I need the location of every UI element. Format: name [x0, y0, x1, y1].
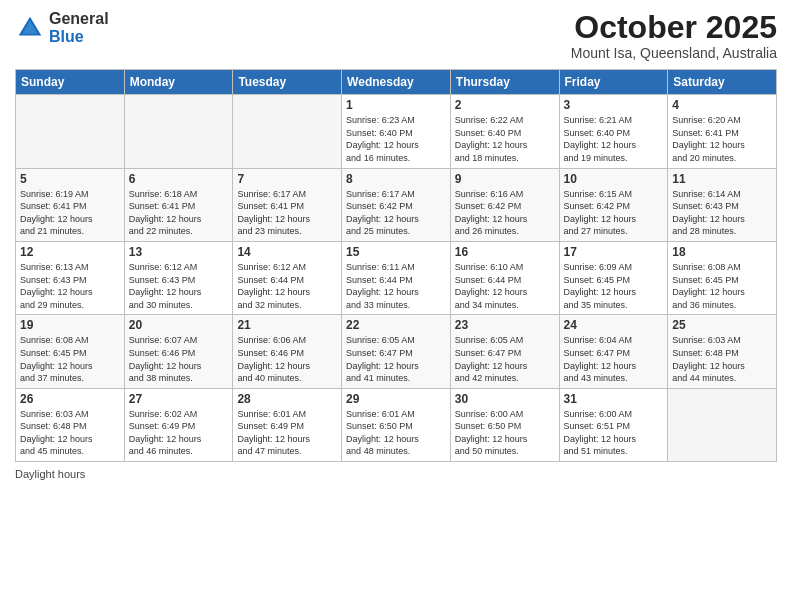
- day-info: Sunrise: 6:03 AM Sunset: 6:48 PM Dayligh…: [20, 408, 120, 458]
- location: Mount Isa, Queensland, Australia: [571, 45, 777, 61]
- day-number: 10: [564, 172, 664, 186]
- weekday-header-saturday: Saturday: [668, 70, 777, 95]
- day-info: Sunrise: 6:18 AM Sunset: 6:41 PM Dayligh…: [129, 188, 229, 238]
- weekday-header-sunday: Sunday: [16, 70, 125, 95]
- logo-blue-text: Blue: [49, 28, 109, 46]
- header: General Blue October 2025 Mount Isa, Que…: [15, 10, 777, 61]
- day-info: Sunrise: 6:01 AM Sunset: 6:49 PM Dayligh…: [237, 408, 337, 458]
- calendar-cell: 5Sunrise: 6:19 AM Sunset: 6:41 PM Daylig…: [16, 168, 125, 241]
- day-info: Sunrise: 6:05 AM Sunset: 6:47 PM Dayligh…: [455, 334, 555, 384]
- day-info: Sunrise: 6:03 AM Sunset: 6:48 PM Dayligh…: [672, 334, 772, 384]
- day-number: 4: [672, 98, 772, 112]
- calendar-cell: [233, 95, 342, 168]
- day-info: Sunrise: 6:17 AM Sunset: 6:42 PM Dayligh…: [346, 188, 446, 238]
- day-info: Sunrise: 6:20 AM Sunset: 6:41 PM Dayligh…: [672, 114, 772, 164]
- day-number: 31: [564, 392, 664, 406]
- weekday-header-wednesday: Wednesday: [342, 70, 451, 95]
- day-number: 14: [237, 245, 337, 259]
- day-number: 2: [455, 98, 555, 112]
- calendar-cell: 15Sunrise: 6:11 AM Sunset: 6:44 PM Dayli…: [342, 241, 451, 314]
- day-number: 8: [346, 172, 446, 186]
- day-info: Sunrise: 6:01 AM Sunset: 6:50 PM Dayligh…: [346, 408, 446, 458]
- day-number: 18: [672, 245, 772, 259]
- calendar-cell: [16, 95, 125, 168]
- calendar-cell: 22Sunrise: 6:05 AM Sunset: 6:47 PM Dayli…: [342, 315, 451, 388]
- day-info: Sunrise: 6:05 AM Sunset: 6:47 PM Dayligh…: [346, 334, 446, 384]
- calendar-cell: 27Sunrise: 6:02 AM Sunset: 6:49 PM Dayli…: [124, 388, 233, 461]
- calendar-week-row: 26Sunrise: 6:03 AM Sunset: 6:48 PM Dayli…: [16, 388, 777, 461]
- calendar-cell: 6Sunrise: 6:18 AM Sunset: 6:41 PM Daylig…: [124, 168, 233, 241]
- calendar-cell: 23Sunrise: 6:05 AM Sunset: 6:47 PM Dayli…: [450, 315, 559, 388]
- day-number: 24: [564, 318, 664, 332]
- day-number: 5: [20, 172, 120, 186]
- day-number: 9: [455, 172, 555, 186]
- weekday-header-tuesday: Tuesday: [233, 70, 342, 95]
- calendar-cell: 20Sunrise: 6:07 AM Sunset: 6:46 PM Dayli…: [124, 315, 233, 388]
- day-info: Sunrise: 6:23 AM Sunset: 6:40 PM Dayligh…: [346, 114, 446, 164]
- day-info: Sunrise: 6:12 AM Sunset: 6:43 PM Dayligh…: [129, 261, 229, 311]
- logo: General Blue: [15, 10, 109, 45]
- day-number: 3: [564, 98, 664, 112]
- calendar-week-row: 5Sunrise: 6:19 AM Sunset: 6:41 PM Daylig…: [16, 168, 777, 241]
- logo-text: General Blue: [49, 10, 109, 45]
- calendar-cell: 29Sunrise: 6:01 AM Sunset: 6:50 PM Dayli…: [342, 388, 451, 461]
- calendar-cell: 8Sunrise: 6:17 AM Sunset: 6:42 PM Daylig…: [342, 168, 451, 241]
- calendar-cell: 26Sunrise: 6:03 AM Sunset: 6:48 PM Dayli…: [16, 388, 125, 461]
- logo-general-text: General: [49, 10, 109, 28]
- weekday-header-thursday: Thursday: [450, 70, 559, 95]
- day-info: Sunrise: 6:22 AM Sunset: 6:40 PM Dayligh…: [455, 114, 555, 164]
- month-title: October 2025: [571, 10, 777, 45]
- day-number: 28: [237, 392, 337, 406]
- calendar-cell: 21Sunrise: 6:06 AM Sunset: 6:46 PM Dayli…: [233, 315, 342, 388]
- day-number: 15: [346, 245, 446, 259]
- calendar-cell: 7Sunrise: 6:17 AM Sunset: 6:41 PM Daylig…: [233, 168, 342, 241]
- footer: Daylight hours: [15, 468, 777, 480]
- day-info: Sunrise: 6:02 AM Sunset: 6:49 PM Dayligh…: [129, 408, 229, 458]
- day-number: 26: [20, 392, 120, 406]
- title-block: October 2025 Mount Isa, Queensland, Aust…: [571, 10, 777, 61]
- day-number: 29: [346, 392, 446, 406]
- calendar-cell: 16Sunrise: 6:10 AM Sunset: 6:44 PM Dayli…: [450, 241, 559, 314]
- calendar-cell: 3Sunrise: 6:21 AM Sunset: 6:40 PM Daylig…: [559, 95, 668, 168]
- calendar-cell: 9Sunrise: 6:16 AM Sunset: 6:42 PM Daylig…: [450, 168, 559, 241]
- calendar-cell: 24Sunrise: 6:04 AM Sunset: 6:47 PM Dayli…: [559, 315, 668, 388]
- day-info: Sunrise: 6:14 AM Sunset: 6:43 PM Dayligh…: [672, 188, 772, 238]
- calendar-cell: 30Sunrise: 6:00 AM Sunset: 6:50 PM Dayli…: [450, 388, 559, 461]
- calendar-cell: 11Sunrise: 6:14 AM Sunset: 6:43 PM Dayli…: [668, 168, 777, 241]
- day-info: Sunrise: 6:10 AM Sunset: 6:44 PM Dayligh…: [455, 261, 555, 311]
- weekday-header-monday: Monday: [124, 70, 233, 95]
- page: General Blue October 2025 Mount Isa, Que…: [0, 0, 792, 612]
- calendar-cell: 31Sunrise: 6:00 AM Sunset: 6:51 PM Dayli…: [559, 388, 668, 461]
- calendar-cell: [668, 388, 777, 461]
- calendar-cell: 12Sunrise: 6:13 AM Sunset: 6:43 PM Dayli…: [16, 241, 125, 314]
- calendar-cell: 1Sunrise: 6:23 AM Sunset: 6:40 PM Daylig…: [342, 95, 451, 168]
- logo-icon: [15, 13, 45, 43]
- day-info: Sunrise: 6:21 AM Sunset: 6:40 PM Dayligh…: [564, 114, 664, 164]
- calendar-week-row: 12Sunrise: 6:13 AM Sunset: 6:43 PM Dayli…: [16, 241, 777, 314]
- calendar-table: SundayMondayTuesdayWednesdayThursdayFrid…: [15, 69, 777, 462]
- day-number: 7: [237, 172, 337, 186]
- day-info: Sunrise: 6:08 AM Sunset: 6:45 PM Dayligh…: [20, 334, 120, 384]
- day-info: Sunrise: 6:17 AM Sunset: 6:41 PM Dayligh…: [237, 188, 337, 238]
- calendar-week-row: 1Sunrise: 6:23 AM Sunset: 6:40 PM Daylig…: [16, 95, 777, 168]
- day-number: 6: [129, 172, 229, 186]
- day-info: Sunrise: 6:04 AM Sunset: 6:47 PM Dayligh…: [564, 334, 664, 384]
- day-number: 12: [20, 245, 120, 259]
- day-info: Sunrise: 6:13 AM Sunset: 6:43 PM Dayligh…: [20, 261, 120, 311]
- day-info: Sunrise: 6:12 AM Sunset: 6:44 PM Dayligh…: [237, 261, 337, 311]
- day-info: Sunrise: 6:15 AM Sunset: 6:42 PM Dayligh…: [564, 188, 664, 238]
- day-info: Sunrise: 6:07 AM Sunset: 6:46 PM Dayligh…: [129, 334, 229, 384]
- calendar-week-row: 19Sunrise: 6:08 AM Sunset: 6:45 PM Dayli…: [16, 315, 777, 388]
- day-info: Sunrise: 6:19 AM Sunset: 6:41 PM Dayligh…: [20, 188, 120, 238]
- day-number: 30: [455, 392, 555, 406]
- day-number: 20: [129, 318, 229, 332]
- day-info: Sunrise: 6:08 AM Sunset: 6:45 PM Dayligh…: [672, 261, 772, 311]
- day-number: 25: [672, 318, 772, 332]
- day-number: 11: [672, 172, 772, 186]
- day-number: 22: [346, 318, 446, 332]
- day-info: Sunrise: 6:11 AM Sunset: 6:44 PM Dayligh…: [346, 261, 446, 311]
- day-info: Sunrise: 6:16 AM Sunset: 6:42 PM Dayligh…: [455, 188, 555, 238]
- day-info: Sunrise: 6:00 AM Sunset: 6:50 PM Dayligh…: [455, 408, 555, 458]
- day-info: Sunrise: 6:00 AM Sunset: 6:51 PM Dayligh…: [564, 408, 664, 458]
- calendar-cell: 25Sunrise: 6:03 AM Sunset: 6:48 PM Dayli…: [668, 315, 777, 388]
